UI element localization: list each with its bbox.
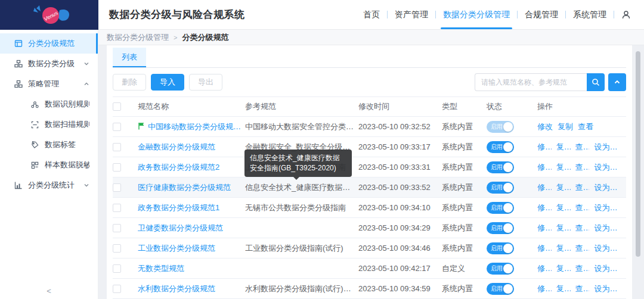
status-toggle[interactable]: 启用: [487, 263, 514, 275]
modified-time: 2023-05-10 09:33:31: [358, 163, 442, 172]
sidebar-item-statistics[interactable]: 分类分级统计: [0, 175, 98, 195]
actions-cell: 修改复制查看设为默认: [537, 284, 626, 294]
toggle-label: 启用: [491, 204, 503, 212]
nav-system-management[interactable]: 系统管理: [566, 0, 614, 29]
modified-time: 2023-05-10 09:33:17: [358, 142, 442, 151]
status-toggle[interactable]: 启用: [487, 283, 514, 295]
sidebar-item-data-tags[interactable]: 数据标签: [0, 135, 98, 155]
status-toggle[interactable]: 启用: [487, 202, 514, 214]
toggle-label: 启用: [491, 244, 503, 253]
action-view-link[interactable]: 查看: [578, 122, 593, 132]
toggle-label: 启用: [491, 123, 503, 131]
spec-name-link[interactable]: 中国移动数据分类分级规范1: [148, 122, 242, 132]
action-edit-link[interactable]: 修改: [537, 263, 552, 274]
search-input[interactable]: [475, 73, 587, 91]
status-toggle[interactable]: 启用: [487, 242, 514, 254]
sidebar-item-sample-masking[interactable]: 样本数据脱敏策略: [0, 155, 98, 175]
collapse-search-button[interactable]: [608, 73, 626, 91]
action-set-default-link[interactable]: 设为默认: [594, 182, 623, 193]
action-set-default-link[interactable]: 设为默认: [594, 203, 623, 213]
status-toggle[interactable]: 启用: [487, 161, 514, 173]
table-row: 政务数据分类分级规范2上海市公共数据分类分级指南2023-05-10 09:33…: [113, 157, 626, 177]
sidebar-item-data-classification[interactable]: 数据分类分级: [0, 54, 98, 74]
action-set-default-link[interactable]: 设为默认: [594, 263, 623, 274]
action-set-default-link[interactable]: 设为默认: [594, 243, 623, 254]
action-set-default-link[interactable]: 设为默认: [594, 223, 623, 233]
toggle-knob: [503, 203, 513, 213]
row-checkbox[interactable]: [113, 244, 121, 253]
sidebar-item-scan-rules[interactable]: 数据扫描规则: [0, 114, 98, 135]
action-copy-link[interactable]: 复制: [556, 284, 571, 294]
action-copy-link[interactable]: 复制: [556, 263, 571, 274]
action-view-link[interactable]: 查看: [575, 243, 590, 254]
breadcrumb-separator: >: [174, 34, 177, 41]
row-checkbox[interactable]: [113, 285, 121, 293]
action-edit-link[interactable]: 修改: [537, 223, 552, 233]
sidebar-item-policy-management[interactable]: 策略管理: [0, 74, 98, 94]
action-copy-link[interactable]: 复制: [556, 243, 571, 254]
row-checkbox[interactable]: [113, 264, 121, 273]
spec-name-link[interactable]: 政务数据分类分级规范2: [138, 162, 219, 173]
spec-name-link[interactable]: 医疗健康数据分类分级规范: [138, 182, 231, 193]
action-copy-link[interactable]: 复制: [556, 142, 571, 152]
person-icon[interactable]: [614, 10, 633, 20]
brand-logo[interactable]: Venus: [0, 0, 98, 30]
action-copy-link[interactable]: 复制: [556, 182, 571, 193]
sidebar-item-label: 分类分级规范: [28, 38, 88, 49]
spec-name-link[interactable]: 无数类型规范: [138, 263, 184, 274]
action-view-link[interactable]: 查看: [575, 142, 590, 152]
action-set-default-link[interactable]: 设为默认: [594, 162, 623, 173]
action-view-link[interactable]: 查看: [575, 162, 590, 173]
status-toggle[interactable]: 启用: [487, 141, 514, 153]
nav-compliance[interactable]: 合规管理: [518, 0, 565, 29]
tab-list[interactable]: 列表: [113, 48, 146, 67]
action-copy-link[interactable]: 复制: [556, 203, 571, 213]
action-edit-link[interactable]: 修改: [537, 142, 552, 152]
row-select-cell: [113, 244, 138, 253]
spec-name-link[interactable]: 水利数据分类分级规范: [138, 284, 215, 294]
action-view-link[interactable]: 查看: [575, 284, 590, 294]
row-checkbox[interactable]: [113, 204, 121, 212]
vertical-scrollbar[interactable]: [636, 51, 640, 257]
sidebar-item-spec[interactable]: 分类分级规范: [0, 33, 98, 54]
nav-home[interactable]: 首页: [356, 0, 387, 29]
action-edit-link[interactable]: 修改: [537, 203, 552, 213]
spec-name-link[interactable]: 卫健委数据分类分级规范: [138, 223, 223, 233]
action-edit-link[interactable]: 修改: [537, 284, 552, 294]
status-toggle[interactable]: 启用: [487, 121, 514, 133]
row-checkbox[interactable]: [113, 123, 121, 131]
table-row: 无数类型规范2023-05-10 09:42:17自定义启用修改复制查看设为默认: [113, 258, 626, 279]
row-checkbox[interactable]: [113, 163, 121, 172]
nav-data-classification[interactable]: 数据分类分级管理: [436, 0, 517, 29]
breadcrumb-parent[interactable]: 数据分类分级管理: [107, 32, 169, 43]
action-view-link[interactable]: 查看: [575, 263, 590, 274]
action-copy-link[interactable]: 复制: [556, 223, 571, 233]
row-checkbox[interactable]: [113, 143, 121, 151]
action-view-link[interactable]: 查看: [575, 203, 590, 213]
export-button[interactable]: 导出: [189, 74, 222, 91]
status-toggle[interactable]: 启用: [487, 182, 514, 194]
action-edit-link[interactable]: 修改: [537, 182, 552, 193]
action-edit-link[interactable]: 修改: [537, 243, 552, 254]
spec-name-link[interactable]: 工业数据分类分级规范: [138, 243, 215, 254]
select-all-checkbox[interactable]: [113, 102, 121, 111]
nav-asset-management[interactable]: 资产管理: [388, 0, 435, 29]
action-view-link[interactable]: 查看: [575, 223, 590, 233]
action-copy-link[interactable]: 复制: [558, 122, 573, 132]
spec-name-link[interactable]: 政务数据分类分级规范1: [138, 203, 219, 213]
search-button[interactable]: [587, 73, 605, 91]
action-set-default-link[interactable]: 设为默认: [594, 142, 623, 152]
row-checkbox[interactable]: [113, 183, 121, 192]
action-edit-link[interactable]: 修改: [537, 122, 553, 132]
status-toggle[interactable]: 启用: [487, 222, 514, 234]
import-button[interactable]: 导入: [151, 74, 184, 91]
action-edit-link[interactable]: 修改: [537, 162, 552, 173]
sidebar-collapse-button[interactable]: <: [0, 286, 98, 295]
spec-name-link[interactable]: 金融数据分类分级规范: [138, 142, 215, 152]
action-set-default-link[interactable]: 设为默认: [594, 284, 623, 294]
row-checkbox[interactable]: [113, 224, 121, 232]
delete-button[interactable]: 删除: [113, 74, 146, 91]
action-copy-link[interactable]: 复制: [556, 162, 571, 173]
sidebar-item-identify-rules[interactable]: 数据识别规则: [0, 94, 98, 114]
action-view-link[interactable]: 查看: [575, 182, 590, 193]
